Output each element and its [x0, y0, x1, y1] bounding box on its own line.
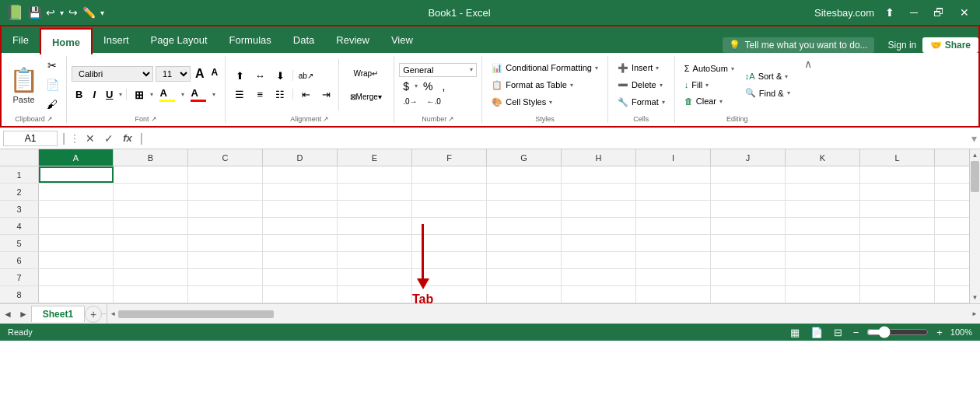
cell-J6[interactable] — [711, 252, 786, 268]
cell-H7[interactable] — [562, 269, 636, 285]
cell-I8[interactable] — [636, 286, 711, 303]
cell-I3[interactable] — [636, 201, 711, 217]
border-button[interactable]: ⊞ — [131, 87, 148, 103]
cell-C5[interactable] — [188, 235, 263, 251]
formula-expand-button[interactable]: ▾ — [971, 132, 977, 145]
increase-decimal-button[interactable]: .0→ — [399, 96, 421, 107]
cell-H3[interactable] — [562, 201, 636, 217]
cell-H2[interactable] — [562, 184, 636, 200]
h-scroll-left-button[interactable]: ◄ — [107, 309, 118, 319]
conditional-formatting-dropdown[interactable]: ▾ — [595, 65, 598, 72]
cell-K4[interactable] — [786, 218, 860, 234]
autosum-dropdown[interactable]: ▾ — [731, 65, 734, 72]
scroll-thumb[interactable] — [971, 161, 979, 192]
scroll-track[interactable] — [970, 161, 980, 292]
row-header-1[interactable]: 1 — [0, 166, 39, 183]
maximize-btn[interactable]: 🗗 — [929, 5, 949, 20]
cell-L8[interactable] — [860, 286, 935, 303]
cell-reference-input[interactable] — [3, 131, 58, 146]
conditional-formatting-button[interactable]: 📊 Conditional Formatting ▾ — [487, 61, 603, 75]
cell-H1[interactable] — [562, 166, 636, 183]
sheet-tab-sheet1[interactable]: Sheet1 — [31, 306, 85, 322]
cell-I4[interactable] — [636, 218, 711, 234]
cell-K3[interactable] — [786, 201, 860, 217]
cell-E1[interactable] — [338, 166, 412, 183]
restore-icon[interactable]: ⬆ — [880, 5, 899, 20]
select-all-button[interactable] — [0, 149, 39, 166]
cell-F8[interactable] — [412, 286, 487, 303]
cell-K1[interactable] — [786, 166, 860, 183]
cell-C6[interactable] — [188, 252, 263, 268]
cell-L7[interactable] — [860, 269, 935, 285]
cell-K6[interactable] — [786, 252, 860, 268]
cell-F1[interactable] — [412, 166, 487, 183]
find-select-button[interactable]: 🔍 Find & ▾ — [740, 86, 795, 100]
cell-K2[interactable] — [786, 184, 860, 200]
sheet-nav-left[interactable]: ◄ — [0, 307, 16, 321]
cell-A3[interactable] — [39, 201, 114, 217]
page-break-view-button[interactable]: ⊟ — [831, 325, 845, 340]
clear-dropdown[interactable]: ▾ — [719, 98, 723, 105]
cell-I1[interactable] — [636, 166, 711, 183]
col-header-F[interactable]: F — [412, 149, 487, 166]
number-dialog-icon[interactable]: ↗ — [448, 115, 454, 123]
cell-K5[interactable] — [786, 235, 860, 251]
col-header-A[interactable]: A — [39, 149, 114, 166]
col-header-H[interactable]: H — [562, 149, 636, 166]
cell-G1[interactable] — [487, 166, 562, 183]
number-format-select[interactable]: General ▾ — [399, 63, 477, 77]
cell-E6[interactable] — [338, 252, 412, 268]
cell-F3[interactable] — [412, 201, 487, 217]
insert-cells-dropdown[interactable]: ▾ — [656, 65, 659, 72]
cell-D4[interactable] — [263, 218, 338, 234]
tab-data[interactable]: Data — [282, 26, 325, 53]
row-header-5[interactable]: 5 — [0, 235, 39, 251]
cell-B5[interactable] — [114, 235, 188, 251]
scroll-up-button[interactable]: ▲ — [971, 149, 980, 161]
sort-dropdown[interactable]: ▾ — [785, 73, 788, 80]
row-header-7[interactable]: 7 — [0, 269, 39, 285]
qat-undo[interactable]: ↩ — [46, 6, 55, 19]
cell-J7[interactable] — [711, 269, 786, 285]
formula-input[interactable] — [148, 131, 968, 145]
tab-home[interactable]: Home — [40, 28, 93, 54]
cancel-button[interactable]: ✕ — [82, 131, 98, 146]
right-align-button[interactable]: ☷ — [271, 86, 289, 103]
font-size-select[interactable]: 11 — [156, 66, 191, 82]
merge-center-button[interactable]: ⊠Merge▾ — [342, 86, 389, 107]
fill-color-dropdown[interactable]: ▾ — [181, 91, 184, 98]
cell-C7[interactable] — [188, 269, 263, 285]
format-cells-button[interactable]: 🔧 Format ▾ — [613, 95, 670, 110]
alignment-dialog-icon[interactable]: ↗ — [323, 115, 329, 123]
h-scroll-container[interactable]: ◄ ► — [107, 304, 980, 324]
cell-J8[interactable] — [711, 286, 786, 303]
cell-H8[interactable] — [562, 286, 636, 303]
fill-dropdown[interactable]: ▾ — [705, 82, 709, 89]
increase-indent-button[interactable]: ⇥ — [317, 86, 335, 103]
cell-K8[interactable] — [786, 286, 860, 303]
cell-C4[interactable] — [188, 218, 263, 234]
paste-button[interactable]: 📋 Paste — [6, 65, 41, 106]
cell-H4[interactable] — [562, 218, 636, 234]
italic-button[interactable]: I — [89, 87, 100, 102]
cell-B7[interactable] — [114, 269, 188, 285]
col-header-L[interactable]: L — [860, 149, 935, 166]
confirm-button[interactable]: ✓ — [101, 131, 117, 146]
delete-cells-button[interactable]: ➖ Delete ▾ — [613, 78, 670, 93]
decrease-font-size-btn[interactable]: A — [209, 66, 221, 82]
underline-dropdown[interactable]: ▾ — [119, 91, 122, 98]
cell-L5[interactable] — [860, 235, 935, 251]
cell-C8[interactable] — [188, 286, 263, 303]
tab-file[interactable]: File — [2, 26, 40, 53]
top-align-button[interactable]: ⬆ — [230, 67, 249, 84]
cell-G3[interactable] — [487, 201, 562, 217]
cell-C1[interactable] — [188, 166, 263, 183]
insert-cells-button[interactable]: ➕ Insert ▾ — [613, 61, 670, 75]
ribbon-search-box[interactable]: 💡 Tell me what you want to do... — [723, 37, 874, 53]
cell-L3[interactable] — [860, 201, 935, 217]
tab-page-layout[interactable]: Page Layout — [140, 26, 219, 53]
scroll-down-button[interactable]: ▼ — [971, 292, 980, 303]
percent-button[interactable]: % — [419, 79, 436, 94]
copy-button[interactable]: 📄 — [43, 75, 61, 94]
col-header-D[interactable]: D — [263, 149, 338, 166]
